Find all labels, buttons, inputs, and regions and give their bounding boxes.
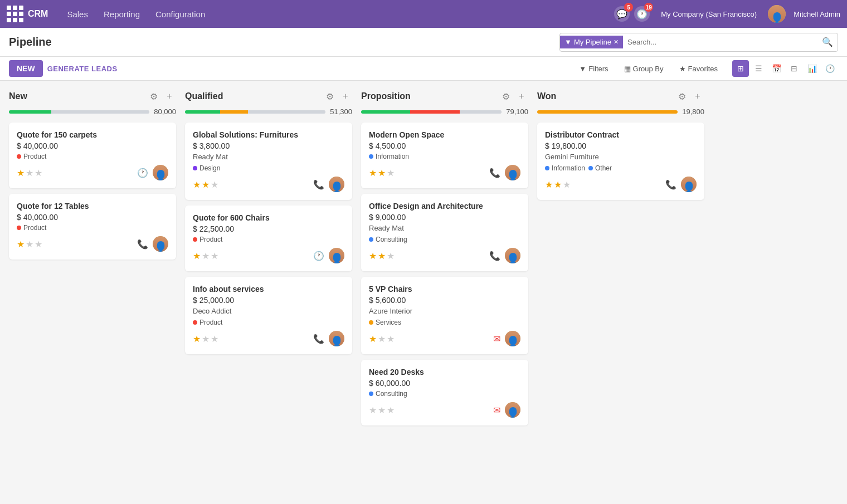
star-empty[interactable]: ★ — [378, 334, 386, 344]
clock-icon[interactable]: 🕐 — [313, 251, 324, 261]
my-pipeline-filter-tag[interactable]: ▼ My Pipeline ✕ — [560, 36, 623, 48]
card-stars[interactable]: ★★★ — [193, 334, 218, 344]
kanban-card[interactable]: Distributor Contract$ 19,800.00Gemini Fu… — [537, 123, 704, 200]
card-actions: 📞 — [489, 248, 520, 263]
card-stars[interactable]: ★★★ — [193, 251, 218, 261]
col-add-won[interactable]: + — [691, 90, 704, 103]
filters-button[interactable]: ▼ Filters — [573, 62, 614, 76]
tag-dot — [369, 392, 373, 396]
card-stars[interactable]: ★★★ — [369, 405, 395, 415]
user-avatar[interactable] — [768, 5, 786, 23]
search-input[interactable] — [623, 36, 817, 48]
view-activity[interactable]: 🕐 — [821, 60, 838, 77]
star-empty[interactable]: ★ — [387, 251, 395, 261]
tag-label: Consulting — [376, 236, 407, 243]
star-empty[interactable]: ★ — [387, 168, 395, 178]
star-empty[interactable]: ★ — [378, 405, 386, 415]
chat-icon-button[interactable]: 💬 5 — [614, 6, 630, 22]
generate-leads-button[interactable]: GENERATE LEADS — [47, 65, 118, 73]
star-empty[interactable]: ★ — [369, 405, 377, 415]
star-filled[interactable]: ★ — [378, 251, 386, 261]
star-filled[interactable]: ★ — [17, 239, 25, 249]
phone-icon[interactable]: 📞 — [489, 251, 500, 261]
nav-configuration[interactable]: Configuration — [150, 7, 211, 21]
star-filled[interactable]: ★ — [369, 251, 377, 261]
card-tags: InformationOther — [545, 164, 697, 172]
nav-sales[interactable]: Sales — [61, 7, 94, 21]
groupby-button[interactable]: ▦ Group By — [619, 62, 669, 76]
star-filled[interactable]: ★ — [545, 179, 553, 190]
star-empty[interactable]: ★ — [202, 251, 210, 261]
phone-icon[interactable]: 📞 — [313, 334, 324, 344]
star-empty[interactable]: ★ — [387, 334, 395, 344]
star-filled[interactable]: ★ — [369, 168, 377, 178]
activity-icon-button[interactable]: 🕐 19 — [634, 6, 650, 22]
favorites-button[interactable]: ★ Favorites — [674, 62, 723, 76]
view-list[interactable]: ☰ — [750, 60, 767, 77]
apps-grid-icon[interactable] — [7, 6, 23, 22]
card-stars[interactable]: ★★★ — [369, 251, 395, 261]
filter-tag-close[interactable]: ✕ — [614, 38, 619, 46]
nav-reporting[interactable]: Reporting — [98, 7, 145, 21]
col-settings-new[interactable]: ⚙ — [147, 90, 160, 103]
star-filled[interactable]: ★ — [369, 334, 377, 344]
star-empty[interactable]: ★ — [35, 239, 42, 249]
star-filled[interactable]: ★ — [193, 251, 201, 261]
star-empty[interactable]: ★ — [26, 168, 33, 178]
kanban-card[interactable]: Need 20 Desks$ 60,000.00Consulting★★★✉ — [361, 360, 528, 425]
card-stars[interactable]: ★★★ — [193, 179, 218, 190]
user-name[interactable]: Mitchell Admin — [794, 10, 840, 18]
col-add-qualified[interactable]: + — [339, 90, 352, 103]
kanban-card[interactable]: Quote for 600 Chairs$ 22,500.00Product★★… — [185, 205, 352, 271]
kanban-card[interactable]: Global Solutions: Furnitures$ 3,800.00Re… — [185, 123, 352, 200]
search-icon[interactable]: 🔍 — [817, 37, 838, 47]
kanban-card[interactable]: 5 VP Chairs$ 5,600.00Azure InteriorServi… — [361, 277, 528, 354]
star-empty[interactable]: ★ — [26, 239, 33, 249]
view-pivot[interactable]: ⊟ — [786, 60, 802, 77]
col-add-new[interactable]: + — [163, 90, 176, 103]
phone-icon[interactable]: 📞 — [489, 168, 500, 178]
col-add-proposition[interactable]: + — [515, 90, 528, 103]
col-settings-qualified[interactable]: ⚙ — [323, 90, 337, 103]
col-settings-won[interactable]: ⚙ — [675, 90, 689, 103]
phone-icon[interactable]: 📞 — [313, 179, 324, 190]
clock-icon[interactable]: 🕐 — [137, 168, 148, 178]
star-empty[interactable]: ★ — [211, 179, 218, 190]
star-empty[interactable]: ★ — [211, 334, 218, 344]
view-chart[interactable]: 📊 — [804, 60, 820, 77]
email-icon[interactable]: ✉ — [493, 405, 500, 415]
star-filled[interactable]: ★ — [17, 168, 25, 178]
phone-icon[interactable]: 📞 — [665, 179, 676, 190]
card-tags: Product — [17, 153, 168, 160]
star-empty[interactable]: ★ — [387, 405, 395, 415]
card-footer: ★★★📞 — [545, 177, 697, 192]
card-stars[interactable]: ★★★ — [369, 168, 395, 178]
star-empty[interactable]: ★ — [563, 179, 571, 190]
star-filled[interactable]: ★ — [193, 334, 201, 344]
star-filled[interactable]: ★ — [193, 179, 201, 190]
star-empty[interactable]: ★ — [202, 334, 210, 344]
kanban-card[interactable]: Office Design and Architecture$ 9,000.00… — [361, 194, 528, 271]
card-company: Deco Addict — [193, 307, 344, 315]
view-kanban[interactable]: ⊞ — [732, 60, 749, 77]
star-filled[interactable]: ★ — [202, 179, 210, 190]
col-progress-won: 19,800 — [537, 107, 704, 116]
card-stars[interactable]: ★★★ — [17, 239, 42, 249]
star-filled[interactable]: ★ — [554, 179, 562, 190]
col-settings-proposition[interactable]: ⚙ — [499, 90, 513, 103]
kanban-card[interactable]: Modern Open Space$ 4,500.00Information★★… — [361, 123, 528, 188]
phone-icon[interactable]: 📞 — [137, 239, 148, 249]
star-empty[interactable]: ★ — [211, 251, 218, 261]
kanban-card[interactable]: Info about services$ 25,000.00Deco Addic… — [185, 277, 352, 354]
card-stars[interactable]: ★★★ — [545, 179, 571, 190]
card-stars[interactable]: ★★★ — [369, 334, 395, 344]
star-empty[interactable]: ★ — [35, 168, 42, 178]
new-button[interactable]: NEW — [9, 60, 43, 77]
kanban-card[interactable]: Quote for 150 carpets$ 40,000.00Product★… — [9, 123, 176, 188]
star-filled[interactable]: ★ — [378, 168, 386, 178]
email-icon[interactable]: ✉ — [493, 334, 500, 344]
view-calendar[interactable]: 📅 — [768, 60, 785, 77]
card-stars[interactable]: ★★★ — [17, 168, 42, 178]
app-logo[interactable]: CRM — [28, 9, 48, 19]
kanban-card[interactable]: Quote for 12 Tables$ 40,000.00Product★★★… — [9, 194, 176, 260]
